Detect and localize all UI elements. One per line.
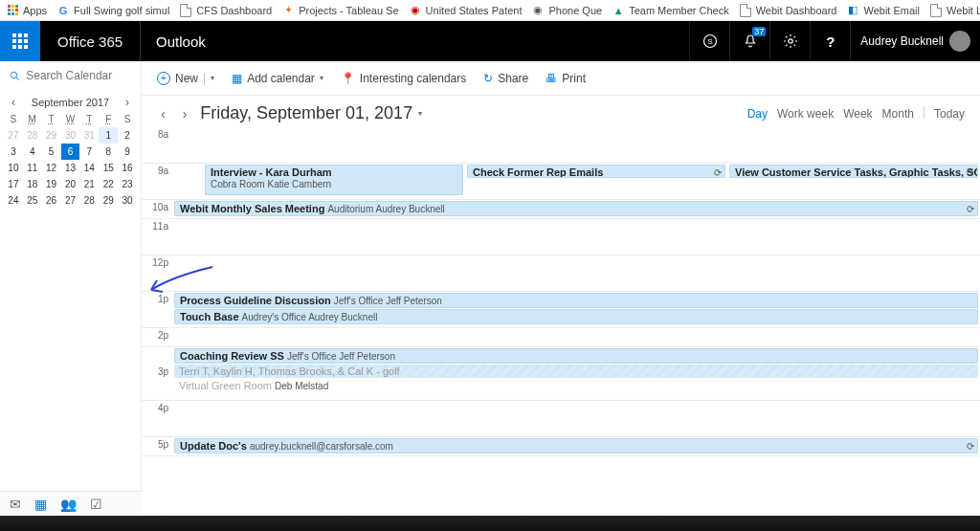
print-icon: 🖶: [546, 72, 557, 85]
view-week[interactable]: Week: [843, 107, 872, 121]
event[interactable]: Update Doc's audrey.bucknell@carsforsale…: [174, 438, 978, 454]
user-menu[interactable]: Audrey Bucknell: [850, 21, 980, 61]
minical-day[interactable]: 16: [118, 160, 137, 176]
view-today[interactable]: Today: [934, 107, 965, 121]
minical-day[interactable]: 17: [4, 176, 23, 192]
date-title[interactable]: Friday, September 01, 2017 ▾: [200, 103, 422, 123]
print-button[interactable]: 🖶 Print: [546, 72, 586, 85]
minical-day[interactable]: 11: [23, 160, 42, 176]
event[interactable]: Check Former Rep Emails⟳: [467, 165, 725, 178]
notification-badge: 37: [752, 27, 766, 36]
minical-day[interactable]: 19: [42, 176, 61, 192]
left-pane: ‹ September 2017 › SMTWTFS27282930311234…: [0, 61, 142, 516]
mail-module[interactable]: ✉: [10, 497, 21, 512]
search-calendar[interactable]: [0, 61, 141, 90]
event[interactable]: Process Guideline Discussion Jeff's Offi…: [174, 293, 978, 308]
minical-day[interactable]: 9: [118, 144, 137, 160]
calendar-module[interactable]: ▦: [34, 497, 47, 512]
view-month[interactable]: Month: [882, 107, 914, 121]
share-button[interactable]: ↻ Share: [483, 72, 528, 85]
minical-next[interactable]: ›: [122, 96, 133, 109]
minical-day[interactable]: 29: [99, 192, 118, 209]
minical-day[interactable]: 30: [118, 192, 137, 209]
minical-day[interactable]: 28: [79, 192, 99, 209]
minical-day[interactable]: 23: [118, 176, 137, 192]
ol-icon: ◧: [846, 4, 859, 17]
minical-prev[interactable]: ‹: [8, 96, 19, 109]
minical-day[interactable]: 27: [4, 127, 23, 144]
hour-label: 9a: [142, 164, 172, 199]
gear-icon: [783, 33, 798, 49]
bookmark-item[interactable]: Apps: [6, 4, 47, 17]
minical-day[interactable]: 15: [99, 160, 118, 176]
settings-button[interactable]: [769, 21, 810, 61]
bookmark-item[interactable]: Webit LM: [929, 4, 980, 17]
event[interactable]: View Customer Service Tasks, Graphic Tas…: [729, 165, 978, 178]
minical-day[interactable]: 5: [42, 144, 61, 160]
bookmark-item[interactable]: GFull Swing golf simul: [56, 4, 169, 17]
hour-label: 2p: [142, 328, 172, 346]
event-tentative[interactable]: Terri T, Kaylin H, Thomas Brooks, & Cal …: [174, 365, 978, 378]
help-button[interactable]: ?: [810, 21, 850, 61]
minical-day[interactable]: 24: [4, 192, 23, 209]
tasks-module[interactable]: ☑: [90, 497, 102, 512]
new-button[interactable]: + New |▾: [157, 72, 214, 85]
bookmark-item[interactable]: ◉Phone Que: [531, 4, 602, 17]
recurring-icon: ⟳: [967, 441, 974, 452]
minical-day[interactable]: 26: [42, 192, 61, 209]
minical-day[interactable]: 20: [61, 176, 80, 192]
page-icon: [739, 4, 752, 17]
ph-icon: ◉: [531, 4, 545, 17]
people-module[interactable]: 👥: [60, 497, 77, 512]
bookmark-item[interactable]: CFS Dashboard: [179, 4, 272, 17]
minical-day[interactable]: 22: [99, 176, 118, 192]
date-next[interactable]: ›: [179, 106, 191, 122]
minical-day[interactable]: 14: [79, 160, 99, 176]
minical-day[interactable]: 7: [79, 144, 99, 160]
bookmark-item[interactable]: ◉United States Patent: [409, 4, 523, 17]
view-workweek[interactable]: Work week: [777, 107, 834, 121]
hour-label: 4p: [142, 401, 172, 436]
date-bar: ‹ › Friday, September 01, 2017 ▾ Day Wor…: [142, 96, 980, 127]
bookmark-item[interactable]: ✦Projects - Tableau Se: [281, 4, 398, 17]
view-switcher: Day Work week Week Month Today: [747, 107, 965, 121]
event[interactable]: Coaching Review SS Jeff's Office Jeff Pe…: [174, 348, 978, 364]
minical-day[interactable]: 21: [79, 176, 99, 192]
add-calendar-button[interactable]: ▦ Add calendar▾: [232, 72, 323, 85]
bookmark-item[interactable]: ▲Team Member Check: [612, 4, 729, 17]
search-input[interactable]: [26, 69, 131, 82]
app-launcher-button[interactable]: [0, 21, 40, 61]
minical-day[interactable]: 29: [42, 127, 61, 144]
minical-day[interactable]: 25: [23, 192, 42, 209]
minical-day[interactable]: 8: [99, 144, 118, 160]
g-icon: G: [56, 4, 70, 17]
skype-button[interactable]: S: [689, 21, 729, 61]
date-prev[interactable]: ‹: [157, 106, 169, 122]
calendar-surface[interactable]: 8a 9a Interview - Kara DurhamCobra Room …: [142, 127, 980, 516]
event[interactable]: Interview - Kara DurhamCobra Room Katie …: [205, 165, 463, 195]
minical-day[interactable]: 4: [23, 144, 42, 160]
minical-day[interactable]: 2: [118, 127, 137, 144]
tab-icon: ✦: [281, 4, 295, 17]
interesting-calendars-button[interactable]: 📍 Interesting calendars: [341, 72, 466, 85]
minical-day[interactable]: 27: [61, 192, 80, 209]
event[interactable]: Webit Monthly Sales Meeting Auditorium A…: [174, 201, 978, 216]
bookmark-item[interactable]: Webit Dashboard: [739, 4, 837, 17]
view-day[interactable]: Day: [747, 107, 768, 121]
minical-day[interactable]: 28: [23, 127, 42, 144]
minical-day[interactable]: 3: [4, 144, 23, 160]
minical-day[interactable]: 10: [4, 160, 23, 176]
minical-day[interactable]: 13: [61, 160, 80, 176]
hour-label: 11a: [142, 219, 172, 254]
minical-day[interactable]: 1: [99, 127, 118, 144]
event-declined[interactable]: Virtual Green Room Deb Melstad: [174, 379, 978, 392]
notifications-button[interactable]: 37: [729, 21, 769, 61]
event[interactable]: Touch Base Audrey's Office Audrey Buckne…: [174, 309, 978, 324]
svg-text:S: S: [707, 37, 712, 46]
minical-day[interactable]: 18: [23, 176, 42, 192]
minical-day[interactable]: 30: [61, 127, 80, 144]
minical-day[interactable]: 6: [61, 144, 80, 160]
minical-day[interactable]: 12: [42, 160, 61, 176]
bookmark-item[interactable]: ◧Webit Email: [846, 4, 919, 17]
minical-day[interactable]: 31: [79, 127, 99, 144]
